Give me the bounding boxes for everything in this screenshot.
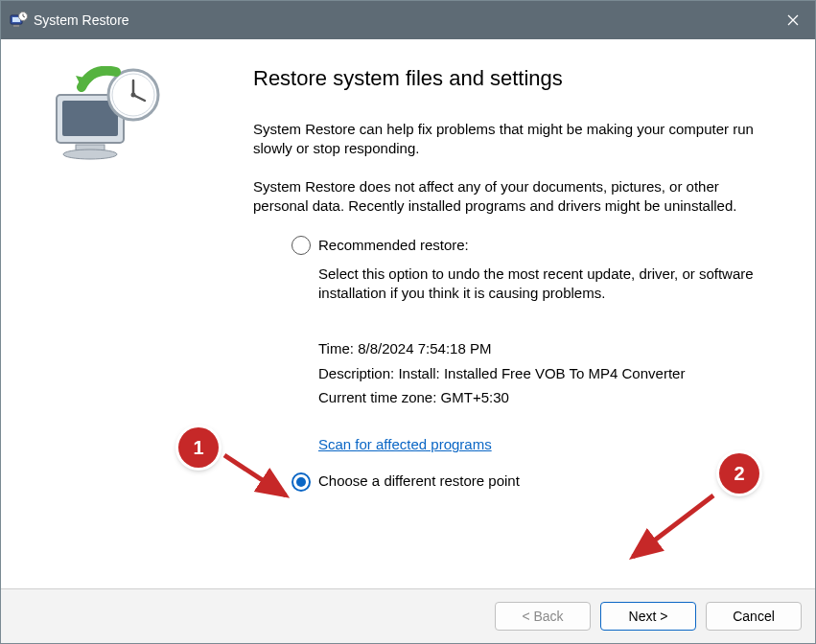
intro-paragraph-2: System Restore does not affect any of yo… bbox=[253, 177, 773, 217]
choose-different-restore-option[interactable]: Choose a different restore point bbox=[291, 472, 773, 491]
restore-timezone-label: Current time zone: bbox=[318, 389, 441, 405]
restore-description-value: Install: Installed Free VOB To MP4 Conve… bbox=[398, 365, 685, 381]
back-button[interactable]: < Back bbox=[495, 602, 591, 631]
restore-timezone-line: Current time zone: GMT+5:30 bbox=[318, 388, 773, 407]
radio-checked-icon bbox=[291, 472, 311, 492]
restore-description-label: Description: bbox=[318, 365, 398, 381]
recommended-restore-detail: Select this option to undo the most rece… bbox=[318, 264, 773, 304]
restore-illustration-icon bbox=[49, 66, 169, 172]
close-icon bbox=[787, 14, 799, 26]
wizard-content: Restore system files and settings System… bbox=[217, 39, 815, 501]
page-heading: Restore system files and settings bbox=[253, 64, 773, 93]
wizard-sidebar bbox=[1, 39, 217, 588]
svg-point-7 bbox=[63, 150, 117, 159]
restore-options: Recommended restore: Select this option … bbox=[291, 236, 773, 492]
svg-point-10 bbox=[131, 93, 136, 98]
intro-paragraph-1: System Restore can help fix problems tha… bbox=[253, 120, 773, 159]
restore-time-label: Time: bbox=[318, 340, 358, 356]
restore-point-info: Time: 8/8/2024 7:54:18 PM Description: I… bbox=[318, 339, 773, 407]
system-restore-window: System Restore bbox=[0, 0, 816, 644]
svg-rect-2 bbox=[13, 25, 19, 27]
restore-description-line: Description: Install: Installed Free VOB… bbox=[318, 364, 773, 383]
system-restore-icon bbox=[9, 11, 28, 30]
titlebar: System Restore bbox=[1, 1, 815, 39]
choose-different-restore-label: Choose a different restore point bbox=[318, 472, 520, 491]
radio-unchecked-icon bbox=[291, 236, 311, 255]
restore-timezone-value: GMT+5:30 bbox=[441, 389, 509, 405]
recommended-restore-label: Recommended restore: bbox=[318, 236, 469, 255]
annotation-arrow-2-icon bbox=[608, 490, 733, 576]
scan-affected-programs-link[interactable]: Scan for affected programs bbox=[318, 435, 492, 454]
next-button[interactable]: Next > bbox=[600, 602, 696, 631]
cancel-button[interactable]: Cancel bbox=[706, 602, 802, 631]
restore-time-line: Time: 8/8/2024 7:54:18 PM bbox=[318, 339, 773, 358]
wizard-body: Restore system files and settings System… bbox=[1, 39, 815, 588]
restore-time-value: 8/8/2024 7:54:18 PM bbox=[358, 340, 491, 356]
window-title: System Restore bbox=[34, 12, 129, 28]
wizard-footer: < Back Next > Cancel bbox=[1, 588, 815, 643]
close-button[interactable] bbox=[771, 1, 815, 39]
svg-line-12 bbox=[633, 495, 713, 557]
recommended-restore-option[interactable]: Recommended restore: bbox=[291, 236, 773, 255]
